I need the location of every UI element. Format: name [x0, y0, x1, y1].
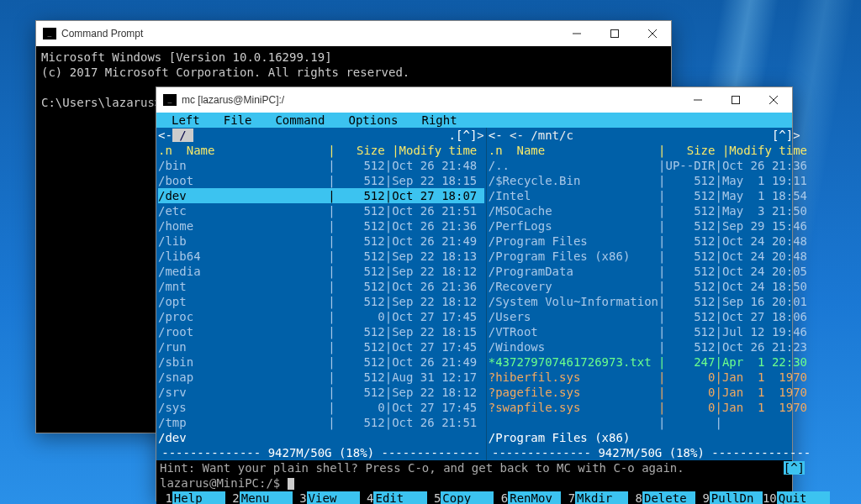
file-row[interactable]: /System Volu~Information| 512|Sep 16 20:… [489, 294, 815, 309]
file-row[interactable]: /mnt | 512|Oct 26 21:36 [158, 279, 484, 294]
cmd-title: Command Prompt [61, 28, 557, 39]
file-row[interactable]: /ProgramData | 512|Oct 24 20:05 [489, 264, 815, 279]
file-row[interactable]: /Windows | 512|Oct 26 21:23 [489, 339, 815, 354]
file-row[interactable]: /opt | 512|Sep 22 18:12 [158, 294, 484, 309]
file-row[interactable]: /.. |UP--DIR|Oct 26 21:36 [489, 158, 815, 173]
mc-window: mc [lazarus@MiniPC]:/ LeftFileCommandOpt… [156, 87, 793, 501]
fkey-bar[interactable]: 1Help 2Menu 3View 4Edit 5Copy 6RenMov 7M… [156, 491, 792, 504]
file-row[interactable]: /PerfLogs | 512|Sep 29 15:46 [489, 218, 815, 234]
menu-command[interactable]: Command [263, 113, 336, 128]
minimize-button[interactable] [557, 21, 595, 46]
file-row[interactable]: /tmp | 512|Oct 26 21:51 [158, 415, 484, 430]
svg-rect-0 [610, 30, 618, 38]
minimize-button[interactable] [679, 87, 716, 113]
file-row[interactable]: /lib | 512|Oct 26 21:49 [158, 234, 484, 249]
menu-options[interactable]: Options [336, 113, 409, 128]
file-row[interactable]: /bin | 512|Oct 26 21:48 [158, 158, 484, 173]
file-row[interactable]: /lib64 | 512|Sep 22 18:13 [158, 249, 484, 264]
maximize-button[interactable] [716, 87, 754, 113]
file-row[interactable]: /sys | 0|Oct 27 17:45 [158, 400, 484, 415]
menu-file[interactable]: File [212, 113, 264, 128]
terminal-icon [163, 94, 177, 106]
file-row[interactable]: /Program Files | 512|Oct 24 20:48 [489, 234, 815, 249]
close-button[interactable] [633, 21, 671, 46]
file-row[interactable]: /sbin | 512|Oct 26 21:49 [158, 354, 484, 370]
fkey-quit[interactable]: Quit [777, 491, 830, 504]
mc-titlebar[interactable]: mc [lazarus@MiniPC]:/ [156, 87, 792, 113]
file-row[interactable]: ?swapfile.sys | 0|Jan 1 1970 [489, 400, 815, 415]
file-row[interactable]: /Recovery | 512|Oct 24 18:50 [489, 279, 815, 294]
hint-line: Hint: Want your plain shell? Press C-o, … [156, 460, 792, 475]
right-panel[interactable]: <- <- /mnt/c [^]>.n Name | Size |Modify … [486, 128, 816, 460]
file-row[interactable]: /run | 512|Oct 27 17:45 [158, 339, 484, 354]
file-row[interactable]: /Intel | 512|May 1 18:54 [489, 188, 815, 203]
file-row[interactable]: /VTRoot | 512|Jul 12 19:46 [489, 324, 815, 339]
fkey-view[interactable]: View [307, 491, 360, 504]
cmd-titlebar[interactable]: Command Prompt [36, 21, 671, 47]
close-button[interactable] [754, 87, 792, 113]
maximize-button[interactable] [595, 21, 633, 46]
file-row[interactable]: ?pagefile.sys | 0|Jan 1 1970 [489, 385, 815, 400]
file-row[interactable]: ?hiberfil.sys | 0|Jan 1 1970 [489, 370, 815, 385]
file-row[interactable]: *437279707461726973.txt | 247|Apr 1 22:3… [489, 354, 815, 370]
file-row[interactable]: /proc | 0|Oct 27 17:45 [158, 309, 484, 324]
menu-right[interactable]: Right [409, 113, 468, 128]
file-row[interactable]: /root | 512|Sep 22 18:15 [158, 324, 484, 339]
fkey-menu[interactable]: Menu [240, 491, 293, 504]
shell-prompt[interactable]: lazarus@MiniPC:/$ [156, 475, 792, 491]
fkey-edit[interactable]: Edit [373, 491, 426, 504]
mc-title: mc [lazarus@MiniPC]:/ [182, 94, 679, 106]
fkey-copy[interactable]: Copy [441, 491, 494, 504]
file-row[interactable]: /$Recycle.Bin | 512|May 1 19:11 [489, 173, 815, 188]
fkey-mkdir[interactable]: Mkdir [575, 491, 628, 504]
terminal-icon [43, 28, 56, 39]
file-row[interactable]: /media | 512|Sep 22 18:12 [158, 264, 484, 279]
file-row[interactable]: /Users | 512|Oct 27 18:06 [489, 309, 815, 324]
file-row[interactable]: /boot | 512|Sep 22 18:15 [158, 173, 484, 188]
file-row[interactable]: /Program Files (x86) | 512|Oct 24 20:48 [489, 249, 815, 264]
fkey-delete[interactable]: Delete [642, 491, 695, 504]
left-panel[interactable]: <- / .[^]>.n Name | Size |Modify time /b… [156, 128, 486, 460]
file-row[interactable]: /home | 512|Oct 26 21:36 [158, 218, 484, 234]
file-row[interactable]: /etc | 512|Oct 26 21:51 [158, 203, 484, 218]
fkey-pulldn[interactable]: PullDn [710, 491, 763, 504]
fkey-renmov[interactable]: RenMov [508, 491, 561, 504]
file-row[interactable]: /snap | 512|Aug 31 12:17 [158, 370, 484, 385]
file-row[interactable]: /MSOCache | 512|May 3 21:50 [489, 203, 815, 218]
file-row[interactable]: /srv | 512|Sep 22 18:12 [158, 385, 484, 400]
mc-body[interactable]: LeftFileCommandOptionsRight<- / .[^]>.n … [156, 113, 792, 501]
svg-rect-1 [732, 97, 739, 104]
file-row[interactable]: /dev | 512|Oct 27 18:07 [158, 188, 484, 203]
fkey-help[interactable]: Help [172, 491, 225, 504]
mc-menubar[interactable]: LeftFileCommandOptionsRight [156, 113, 792, 128]
menu-left[interactable]: Left [160, 113, 212, 128]
